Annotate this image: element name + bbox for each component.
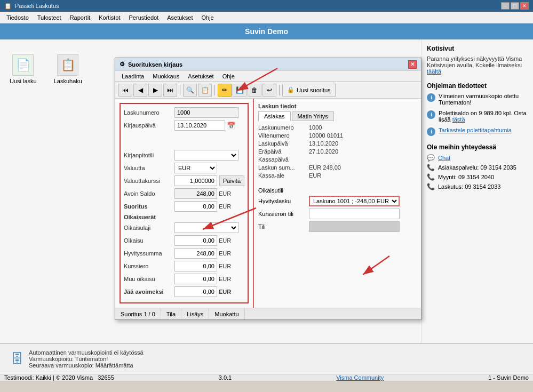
oikaisusera-row: Oikaisuerät — [124, 214, 244, 220]
jaa-avoimeksi-row: Jää avoimeksi EUR — [124, 286, 244, 297]
kurssieron-tili-row: Kurssieron tili — [258, 209, 417, 219]
modal-right-panel: Laskun tiedot Asiakas Matin Yritys Lasku… — [254, 99, 421, 308]
kurssiero-row: Kurssiero EUR — [124, 261, 244, 271]
modal-toolbar: ⏮ ◀ ▶ ⏭ 🔍 📋 ✏ 💾 🗑 ↩ 🔒 Uusi suoritus — [115, 82, 421, 99]
tb-sep-3 — [279, 85, 280, 95]
oikaisu-row: Oikaisu EUR — [124, 235, 244, 246]
laskunumero-input[interactable] — [174, 107, 238, 118]
suoritus-label: Suoritus — [124, 203, 174, 210]
info-row-6: Kassa-ale EUR — [258, 172, 417, 179]
nav-first-button[interactable]: ⏮ — [118, 84, 132, 97]
save-button[interactable]: 💾 — [233, 84, 246, 97]
suoritus-row: Suoritus EUR — [124, 201, 244, 212]
info-row-2: Laskupäivä 13.10.2020 — [258, 140, 417, 147]
modal-menu-asetukset[interactable]: Asetukset — [184, 72, 218, 81]
avoin-saldo-label: Avoin Saldo — [124, 190, 174, 197]
oikaisusera-label: Oikaisuerät — [124, 214, 174, 220]
modal-left-panel: Laskunumero Kirjauspäivä 📅 — [115, 99, 254, 308]
info-row-1: Viitenumero 10000 01011 — [258, 132, 417, 139]
delete-button[interactable]: 🗑 — [248, 84, 261, 97]
kirjanpitotili-select[interactable] — [174, 150, 238, 161]
status-tila: Tila — [161, 308, 181, 319]
info-row-0: Laskunumero 1000 — [258, 124, 417, 131]
kurssiero-unit: EUR — [219, 263, 231, 269]
info-val-0: 1000 — [309, 124, 322, 131]
muu-oikaisu-label: Muu oikaisu — [124, 276, 174, 282]
kirjauspaiva-input[interactable] — [174, 120, 225, 131]
jaa-avoimeksi-input[interactable] — [174, 286, 217, 297]
info-val-6: EUR — [309, 172, 321, 179]
modal-menu-muokkaus[interactable]: Muokkaus — [148, 72, 184, 81]
undo-button[interactable]: ↩ — [262, 84, 276, 97]
modal-menu: Laadinta Muokkaus Asetukset Ohje — [115, 71, 421, 82]
copy-button[interactable]: 📋 — [198, 84, 212, 97]
valuuttakurssi-label: Valuuttakurssi — [124, 178, 174, 184]
info-key-0: Laskunumero — [258, 124, 309, 131]
avoin-saldo-unit: EUR — [219, 190, 231, 197]
nav-last-button[interactable]: ⏭ — [163, 84, 177, 97]
tili-label: Tili — [258, 223, 309, 230]
avoin-saldo-input[interactable] — [174, 188, 217, 199]
nav-prev-button[interactable]: ◀ — [133, 84, 147, 97]
modal-menu-ohje[interactable]: Ohje — [218, 72, 239, 81]
valuuttakurssi-row: Valuuttakurssi Päivitä — [124, 175, 244, 186]
info-rows: Laskunumero 1000 Viitenumero 10000 01011… — [258, 124, 417, 179]
hyvityslasku-select[interactable]: Laskuno 1001 ; -248,00 EUR — [309, 196, 400, 206]
info-row-4: Kassapäivä — [258, 156, 417, 163]
oikaisulaji-select[interactable] — [174, 222, 238, 233]
kirjauspaiva-label: Kirjauspäivä — [124, 122, 174, 129]
kurssieron-tili-input[interactable] — [309, 209, 400, 219]
info-key-4: Kassapäivä — [258, 156, 309, 163]
info-key-6: Kassa-ale — [258, 172, 309, 179]
kurssiero-input[interactable] — [174, 261, 217, 271]
avoin-saldo-row: Avoin Saldo EUR — [124, 188, 244, 199]
tb-sep-1 — [180, 85, 180, 95]
tili-input[interactable] — [309, 221, 400, 232]
info-row-5: Laskun sum... EUR 248,00 — [258, 164, 417, 171]
suoritus-input[interactable] — [174, 201, 217, 212]
tab-asiakas[interactable]: Asiakas — [258, 111, 291, 121]
hyvityssumma-input[interactable] — [174, 248, 217, 259]
oikaisutili-label: Oikaisutili — [258, 187, 309, 194]
muu-oikaisu-input[interactable] — [174, 274, 217, 284]
modal-statusbar: Suoritus 1 / 0 Tila Lisäys Muokattu — [115, 308, 421, 319]
search-button[interactable]: 🔍 — [183, 84, 197, 97]
kirjauspaiva-row: Kirjauspäivä 📅 — [124, 120, 244, 131]
kirjanpitotili-label: Kirjanpitotili — [124, 152, 174, 158]
laskunumero-label: Laskunumero — [124, 109, 174, 116]
info-val-5: EUR 248,00 — [309, 164, 341, 171]
valuuttakurssi-input[interactable] — [174, 175, 217, 186]
kurssiero-label: Kurssiero — [124, 263, 174, 269]
info-key-5: Laskun sum... — [258, 164, 309, 171]
muu-oikaisu-row: Muu oikaisu EUR — [124, 274, 244, 284]
oikaisu-unit: EUR — [219, 237, 231, 244]
oikaisu-input[interactable] — [174, 235, 217, 246]
suorituksen-kirjaus-modal: ⚙ Suorituksen kirjaus ✕ Laadinta Muokkau… — [115, 58, 421, 320]
status-muokattu: Muokattu — [209, 308, 244, 319]
valuutta-row: Valuutta EUR — [124, 163, 244, 173]
calendar-icon[interactable]: 📅 — [227, 122, 235, 130]
modal-menu-laadinta[interactable]: Laadinta — [117, 72, 148, 81]
suoritus-unit: EUR — [219, 203, 231, 210]
new-suoritus-button[interactable]: 🔒 Uusi suoritus — [282, 84, 336, 97]
tb-sep-2 — [214, 85, 215, 95]
info-row-3: Eräpäivä 27.10.2020 — [258, 148, 417, 155]
laskunumero-row: Laskunumero — [124, 107, 244, 118]
info-val-2: 13.10.2020 — [309, 140, 338, 147]
info-val-1: 10000 01011 — [309, 132, 343, 139]
tab-matin-yritys[interactable]: Matin Yritys — [292, 111, 334, 121]
modal-title-bar: ⚙ Suorituksen kirjaus ✕ — [115, 58, 421, 71]
info-key-2: Laskupäivä — [258, 140, 309, 147]
info-val-3: 27.10.2020 — [309, 148, 338, 155]
oikaisulaji-row: Oikaisulaji — [124, 222, 244, 233]
oikaisutili-section: Oikaisutili Hyvityslasku Laskuno 1001 ; … — [258, 187, 417, 232]
valuutta-select[interactable]: EUR — [174, 163, 217, 173]
modal-close-button[interactable]: ✕ — [408, 60, 417, 69]
jaa-avoimeksi-unit: EUR — [219, 289, 231, 295]
edit-button[interactable]: ✏ — [218, 84, 232, 97]
paivita-button[interactable]: Päivitä — [219, 175, 244, 186]
modal-overlay: ⚙ Suorituksen kirjaus ✕ Laadinta Muokkau… — [0, 0, 533, 392]
nav-next-button[interactable]: ▶ — [148, 84, 162, 97]
hyvityssumma-unit: EUR — [219, 250, 231, 257]
info-key-3: Eräpäivä — [258, 148, 309, 155]
